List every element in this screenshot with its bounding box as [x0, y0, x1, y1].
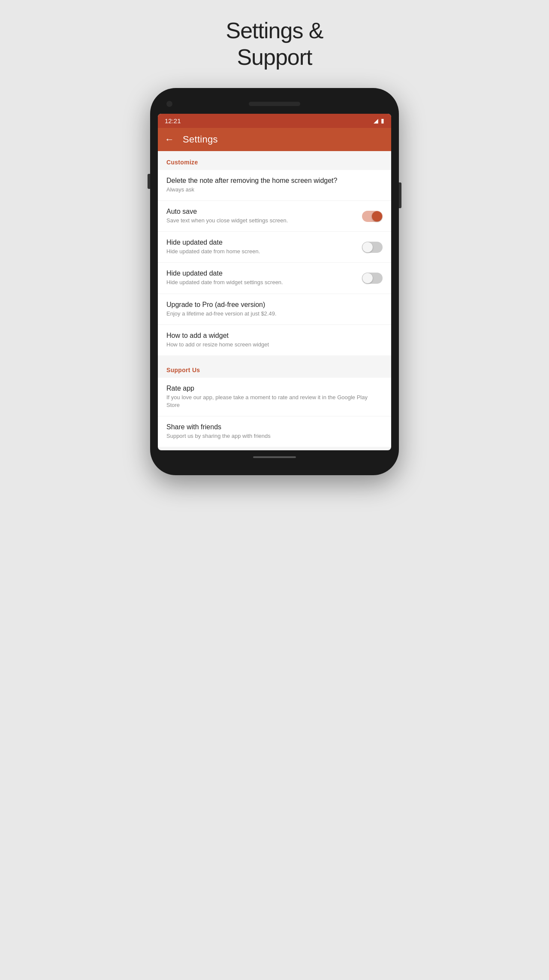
signal-icon: ◢ [374, 117, 378, 124]
settings-item-auto-save[interactable]: Auto save Save text when you close widge… [158, 201, 391, 232]
page-title: Settings & Support [226, 17, 323, 71]
section-header-customize: Customize [158, 151, 391, 170]
battery-icon: ▮ [381, 117, 384, 124]
hide-date-home-toggle[interactable] [362, 242, 383, 253]
how-to-widget-title: How to add a widget [166, 332, 377, 340]
section-header-support: Support Us [158, 359, 391, 378]
hide-date-widget-toggle-knob [362, 273, 373, 283]
phone-speaker [249, 102, 300, 106]
share-friends-title: Share with friends [166, 423, 377, 431]
upgrade-pro-title: Upgrade to Pro (ad-free version) [166, 301, 377, 309]
app-bar: ← Settings [158, 128, 391, 151]
settings-item-hide-date-home[interactable]: Hide updated date Hide updated date from… [158, 232, 391, 263]
auto-save-toggle-knob [372, 211, 382, 221]
settings-item-upgrade-pro[interactable]: Upgrade to Pro (ad-free version) Enjoy a… [158, 294, 391, 325]
settings-item-share-friends[interactable]: Share with friends Support us by sharing… [158, 416, 391, 447]
settings-item-hide-date-widget[interactable]: Hide updated date Hide updated date from… [158, 263, 391, 294]
settings-item-rate-app[interactable]: Rate app If you love our app, please tak… [158, 378, 391, 416]
settings-content: Customize Delete the note after removing… [158, 151, 391, 447]
delete-note-subtitle: Always ask [166, 186, 377, 194]
settings-item-delete-note[interactable]: Delete the note after removing the home … [158, 170, 391, 201]
phone-screen: 12:21 ◢ ▮ ← Settings Customize Delete th… [158, 114, 391, 451]
status-time: 12:21 [165, 117, 181, 124]
support-group: Rate app If you love our app, please tak… [158, 378, 391, 447]
back-button[interactable]: ← [165, 134, 174, 145]
home-indicator[interactable] [253, 456, 296, 458]
app-bar-title: Settings [183, 134, 218, 145]
volume-button-left [148, 174, 150, 189]
hide-date-home-subtitle: Hide updated date from home screen. [166, 248, 357, 255]
auto-save-title: Auto save [166, 208, 357, 215]
status-bar: 12:21 ◢ ▮ [158, 114, 391, 128]
phone-bottom [158, 450, 391, 458]
customize-group: Delete the note after removing the home … [158, 170, 391, 355]
how-to-widget-subtitle: How to add or resize home screen widget [166, 341, 377, 349]
settings-item-how-to-widget[interactable]: How to add a widget How to add or resize… [158, 325, 391, 355]
phone-top-bar [158, 101, 391, 114]
share-friends-subtitle: Support us by sharing the app with frien… [166, 432, 377, 440]
power-button-right [399, 182, 401, 208]
rate-app-subtitle: If you love our app, please take a momen… [166, 394, 377, 409]
phone-frame: 12:21 ◢ ▮ ← Settings Customize Delete th… [150, 88, 399, 476]
auto-save-toggle[interactable] [362, 211, 383, 222]
upgrade-pro-subtitle: Enjoy a lifetime ad-free version at just… [166, 310, 377, 318]
hide-date-home-toggle-knob [362, 242, 373, 252]
delete-note-title: Delete the note after removing the home … [166, 177, 377, 185]
hide-date-widget-subtitle: Hide updated date from widget settings s… [166, 279, 357, 286]
front-camera [166, 101, 172, 107]
status-icons: ◢ ▮ [374, 117, 384, 124]
auto-save-subtitle: Save text when you close widget settings… [166, 217, 357, 225]
rate-app-title: Rate app [166, 385, 377, 392]
hide-date-widget-toggle[interactable] [362, 273, 383, 284]
hide-date-widget-title: Hide updated date [166, 270, 357, 277]
hide-date-home-title: Hide updated date [166, 239, 357, 246]
